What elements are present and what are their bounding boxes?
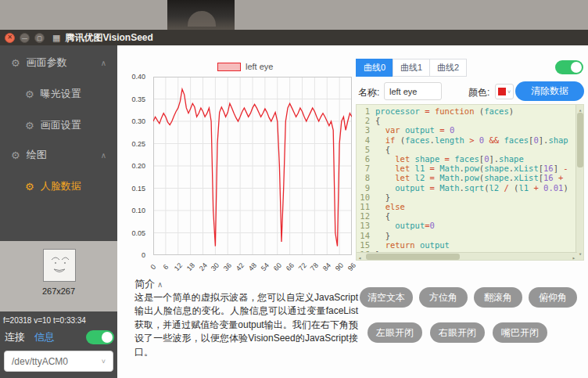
info-link[interactable]: 信息: [34, 330, 55, 344]
sidebar-item-exposure-settings[interactable]: ⚙ 曝光设置: [0, 83, 117, 105]
tab-curve-0[interactable]: 曲线0: [356, 59, 393, 77]
sidebar-item-label: 曝光设置: [41, 87, 81, 101]
code-line[interactable]: 15 return output: [357, 240, 583, 250]
yaw-angle-button[interactable]: 方位角: [419, 287, 468, 308]
x-axis-labels: 06121824303642485460667278849096: [153, 257, 352, 283]
chart-legend: left eye: [217, 62, 273, 71]
sidebar-item-label: 画面参数: [27, 56, 67, 70]
preview-resolution-label: 267x267: [0, 286, 117, 296]
code-line[interactable]: 2{: [357, 116, 583, 125]
line-number: 15: [357, 240, 375, 250]
pitch-angle-button[interactable]: 俯仰角: [529, 287, 577, 308]
code-line[interactable]: 9 output = Math.sqrt(l2 / (l1 + 0.01): [357, 183, 583, 193]
serial-port-select[interactable]: /dev/ttyACM0 ˅: [4, 351, 113, 372]
exposure-settings-icon: ⚙: [25, 88, 34, 100]
code-line[interactable]: 4 if (faces.length > 0 && faces[0].shap: [357, 135, 583, 145]
sidebar-item-screen-params[interactable]: ⚙ 画面参数 ∧: [0, 52, 117, 74]
collapse-chevron-icon: ∧: [157, 280, 163, 289]
y-tick-label: 0.10: [131, 207, 145, 214]
code-line[interactable]: 13 output=0: [357, 221, 583, 230]
sidebar-item-label: 绘图: [27, 148, 47, 162]
sidebar-item-face-data[interactable]: ⚙ 人脸数据: [0, 175, 117, 197]
y-tick-label: 0.15: [131, 185, 145, 193]
sidebar-item-drawing[interactable]: ⚙ 绘图 ∧: [0, 144, 117, 166]
code-line[interactable]: 6 let shape = faces[0].shape: [357, 154, 583, 164]
line-number: 7: [357, 164, 375, 173]
sidebar: ⚙ 画面参数 ∧ ⚙ 曝光设置 ⚙ 画面设置 ⚙ 绘图 ∧ ⚙ 人脸数据: [0, 45, 117, 378]
oscilloscope-chart: [153, 77, 352, 255]
scroll-left-icon[interactable]: ◂: [358, 254, 361, 261]
horizontal-scroll-thumb[interactable]: [366, 254, 460, 260]
mouth-open-close-button[interactable]: 嘴巴开闭: [493, 322, 547, 343]
line-number: 1: [357, 106, 375, 116]
y-axis-labels: 00.050.100.150.200.250.300.350.40: [117, 77, 150, 255]
code-line[interactable]: 8 let l2 = Math.pow(shape.xList[16 +: [357, 173, 583, 182]
sidebar-item-label: 画面设置: [41, 118, 81, 132]
code-line[interactable]: 3 var output = 0: [357, 125, 583, 135]
y-tick-label: 0.05: [131, 229, 145, 237]
window-maximize-button[interactable]: ▢: [34, 33, 45, 43]
tab-curve-1[interactable]: 曲线1: [393, 59, 430, 77]
code-line[interactable]: 10 }: [357, 193, 583, 202]
face-data-icon: ⚙: [25, 181, 34, 193]
intro-title-text: 简介: [134, 278, 155, 290]
code-line[interactable]: 1processor = function (faces): [357, 106, 583, 116]
titlebar: ✕ — ▢ ▦ 腾讯优图VisionSeed: [0, 30, 588, 45]
color-label: 颜色:: [468, 86, 489, 99]
scroll-down-icon[interactable]: ▾: [576, 250, 584, 259]
line-number: 8: [357, 173, 375, 182]
scroll-right-icon[interactable]: ▸: [572, 254, 575, 261]
roll-angle-button[interactable]: 翻滚角: [474, 287, 522, 308]
y-tick-label: 0.25: [131, 140, 145, 148]
intro-section-title[interactable]: 简介∧: [134, 277, 163, 291]
clear-text-button[interactable]: 清空文本: [360, 287, 413, 308]
y-tick-label: 0: [142, 251, 145, 259]
code-horizontal-scrollbar[interactable]: ◂ ▸: [357, 252, 577, 260]
line-number: 14: [357, 231, 375, 240]
code-line[interactable]: 11 else: [357, 202, 583, 211]
curve-tabs: 曲线0 曲线1 曲线2: [356, 59, 467, 77]
color-picker-button[interactable]: ˅: [495, 84, 514, 99]
tab-curve-2[interactable]: 曲线2: [429, 59, 467, 77]
main-panel: left eye 00.050.100.150.200.250.300.350.…: [117, 45, 588, 378]
window-title: 腾讯优图VisionSeed: [65, 31, 152, 45]
line-number: 10: [357, 193, 375, 202]
intro-text: 这是一个简单的虚拟示波器，您可以自定义JavaScript输出人脸信息的变化。人…: [134, 291, 358, 359]
frame-stats-label: f=20318 v=10 t=0:33:34: [3, 316, 86, 325]
legend-swatch: [217, 63, 241, 71]
camera-preview-window: [167, 0, 235, 30]
curve-name-input[interactable]: [384, 82, 442, 100]
clear-data-button[interactable]: 清除数据: [515, 81, 584, 101]
vertical-scroll-thumb[interactable]: [577, 113, 583, 167]
connect-label: 连接: [5, 330, 25, 344]
code-line[interactable]: 5 {: [357, 145, 583, 154]
app-icon: ▦: [52, 33, 60, 43]
line-number: 5: [357, 145, 375, 154]
code-line[interactable]: 7 let l1 = Math.pow(shape.xList[16] -: [357, 164, 583, 173]
line-number: 3: [357, 125, 375, 135]
y-tick-label: 0.35: [131, 95, 145, 103]
sidebar-item-screen-settings[interactable]: ⚙ 画面设置: [0, 114, 117, 136]
drawing-icon: ⚙: [11, 149, 20, 161]
color-swatch-inner: [498, 88, 506, 95]
line-number: 12: [357, 211, 375, 221]
left-eye-open-close-button[interactable]: 左眼开闭: [368, 322, 422, 343]
code-line[interactable]: 12 {: [357, 211, 583, 221]
face-thumbnail: [43, 249, 76, 282]
y-tick-label: 0.20: [131, 162, 145, 170]
code-editor-lines: 1processor = function (faces)2{3 var out…: [357, 106, 583, 259]
serial-port-value: /dev/ttyACM0: [12, 356, 68, 367]
window-close-button[interactable]: ✕: [5, 33, 15, 43]
code-line[interactable]: 14 }: [357, 231, 583, 240]
line-number: 13: [357, 221, 375, 230]
window-minimize-button[interactable]: —: [20, 33, 30, 43]
curve-enable-toggle[interactable]: [555, 60, 583, 74]
connect-row: 连接 信息: [5, 329, 114, 346]
line-number: 11: [357, 202, 375, 211]
connection-toggle[interactable]: [86, 330, 114, 344]
line-chart-svg: [153, 77, 352, 255]
code-editor[interactable]: 1processor = function (faces)2{3 var out…: [356, 104, 584, 261]
right-eye-open-close-button[interactable]: 右眼开闭: [430, 322, 485, 343]
code-vertical-scrollbar[interactable]: ▴ ▾: [575, 105, 583, 260]
legend-label: left eye: [246, 62, 273, 71]
